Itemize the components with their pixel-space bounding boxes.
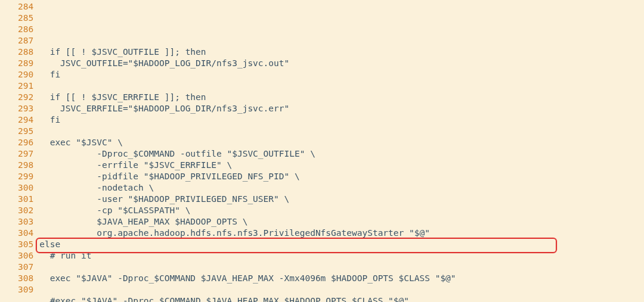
line-number: 284 bbox=[18, 1, 33, 13]
code-line: org.apache.hadoop.hdfs.nfs.nfs3.Privileg… bbox=[39, 228, 644, 239]
line-number: 294 bbox=[18, 114, 33, 126]
code-line: -errfile "$JSVC_ERRFILE" \ bbox=[39, 160, 644, 171]
line-number: 302 bbox=[18, 205, 33, 216]
code-line: if [[ ! $JSVC_ERRFILE ]]; then bbox=[39, 92, 644, 103]
line-number: 301 bbox=[18, 194, 33, 205]
code-editor: 2842852862872882892902912922932942952962… bbox=[0, 0, 644, 302]
line-number-gutter: 2842852862872882892902912922932942952962… bbox=[0, 1, 39, 302]
line-number: 288 bbox=[18, 46, 33, 58]
code-line: -cp "$CLASSPATH" \ bbox=[39, 205, 644, 216]
line-number: 304 bbox=[18, 228, 33, 239]
code-line bbox=[39, 126, 644, 137]
code-line: -pidfile "$HADOOP_PRIVILEGED_NFS_PID" \ bbox=[39, 171, 644, 182]
code-line: JSVC_ERRFILE="$HADOOP_LOG_DIR/nfs3_jsvc.… bbox=[39, 103, 644, 114]
code-line: #exec "$JAVA" -Dproc_$COMMAND $JAVA_HEAP… bbox=[39, 295, 644, 302]
code-line: exec "$JSVC" \ bbox=[39, 137, 644, 148]
line-number: 297 bbox=[18, 148, 33, 160]
line-number: 300 bbox=[18, 182, 33, 194]
code-line bbox=[39, 284, 644, 295]
code-line: JSVC_OUTFILE="$HADOOP_LOG_DIR/nfs3_jsvc.… bbox=[39, 58, 644, 69]
code-line bbox=[39, 261, 644, 273]
line-number: 309 bbox=[18, 284, 33, 295]
code-line: else bbox=[39, 239, 644, 250]
code-line: $JAVA_HEAP_MAX $HADOOP_OPTS \ bbox=[39, 216, 644, 228]
line-number: 308 bbox=[18, 273, 33, 284]
line-number: 285 bbox=[18, 13, 33, 24]
code-line bbox=[39, 35, 644, 46]
line-number: 289 bbox=[18, 58, 33, 69]
line-number: 303 bbox=[18, 216, 33, 228]
line-number: 299 bbox=[18, 171, 33, 182]
line-number: 305 bbox=[18, 239, 33, 250]
code-line: exec "$JAVA" -Dproc_$COMMAND $JAVA_HEAP_… bbox=[39, 273, 644, 284]
line-number: 296 bbox=[18, 137, 33, 148]
code-line: -Dproc_$COMMAND -outfile "$JSVC_OUTFILE"… bbox=[39, 148, 644, 160]
line-number: 306 bbox=[18, 250, 33, 261]
line-number: 290 bbox=[18, 69, 33, 80]
code-line: -user "$HADOOP_PRIVILEGED_NFS_USER" \ bbox=[39, 194, 644, 205]
line-number: 287 bbox=[18, 35, 33, 46]
line-number: 307 bbox=[18, 261, 33, 273]
line-number: 292 bbox=[18, 92, 33, 103]
line-number: 291 bbox=[18, 80, 33, 92]
line-number: 293 bbox=[18, 103, 33, 114]
line-number: 295 bbox=[18, 126, 33, 137]
line-number: 286 bbox=[18, 24, 33, 35]
code-line bbox=[39, 80, 644, 92]
code-line: fi bbox=[39, 69, 644, 80]
code-area: if [[ ! $JSVC_OUTFILE ]]; then JSVC_OUTF… bbox=[39, 1, 644, 302]
code-line: # run it bbox=[39, 250, 644, 261]
code-line: -nodetach \ bbox=[39, 182, 644, 194]
line-number: 298 bbox=[18, 160, 33, 171]
code-line: fi bbox=[39, 114, 644, 126]
code-line: if [[ ! $JSVC_OUTFILE ]]; then bbox=[39, 46, 644, 58]
